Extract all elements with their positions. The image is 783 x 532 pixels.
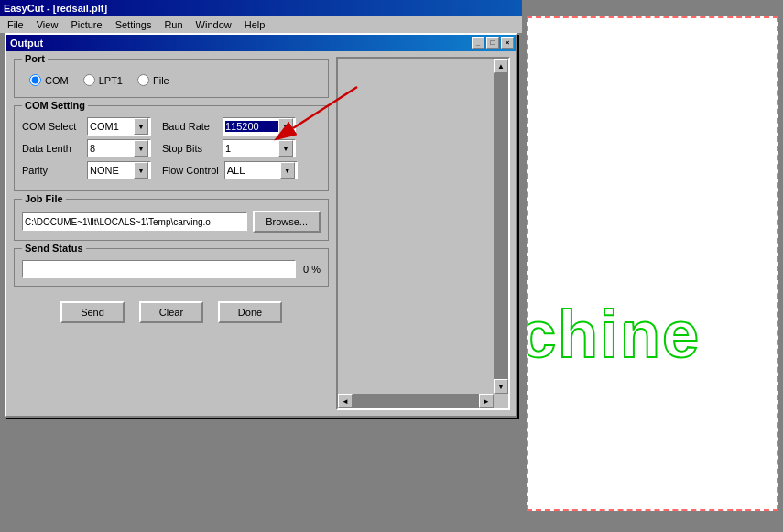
- data-length-value: 8: [90, 143, 134, 154]
- port-lpt1-option[interactable]: LPT1: [83, 74, 123, 86]
- flow-control-combo[interactable]: ALL ▼: [224, 161, 298, 179]
- baud-rate-value: 115200: [225, 121, 278, 132]
- data-length-arrow[interactable]: ▼: [134, 140, 148, 157]
- port-radio-group: COM LPT1 File: [22, 71, 321, 90]
- done-button[interactable]: Done: [218, 301, 282, 323]
- port-lpt1-label: LPT1: [99, 75, 123, 86]
- menu-picture[interactable]: Picture: [65, 18, 107, 31]
- output-dialog: Output _ □ × Port COM LPT1: [5, 33, 517, 418]
- parity-row: Parity NONE ▼ Flow Control ALL ▼: [22, 161, 321, 179]
- canvas-area: chine: [527, 16, 778, 511]
- send-button[interactable]: Send: [60, 301, 125, 323]
- port-group-label: Port: [22, 53, 48, 64]
- dialog-left: Port COM LPT1 File: [6, 51, 336, 416]
- port-lpt1-radio[interactable]: [83, 74, 95, 86]
- com-select-label: COM Select: [22, 121, 82, 132]
- job-file-group: Job File C:\DOCUME~1\llt\LOCALS~1\Temp\c…: [14, 199, 329, 241]
- clear-button[interactable]: Clear: [139, 301, 203, 323]
- dialog-body: Port COM LPT1 File: [6, 51, 516, 416]
- scroll-right-button[interactable]: ►: [479, 394, 494, 408]
- dialog-titlebar: Output _ □ ×: [6, 35, 516, 51]
- dialog-right-panel: ▲ ▼ ◄ ►: [336, 57, 510, 410]
- parity-combo[interactable]: NONE ▼: [87, 161, 151, 179]
- send-status-group: Send Status 0 %: [14, 248, 329, 287]
- baud-rate-label: Baud Rate: [162, 121, 217, 132]
- dialog-title: Output: [10, 38, 43, 49]
- horizontal-scrollbar[interactable]: ◄ ►: [338, 394, 494, 408]
- com-select-combo[interactable]: COM1 ▼: [87, 117, 151, 136]
- job-file-path[interactable]: C:\DOCUME~1\llt\LOCALS~1\Temp\carving.o: [22, 212, 247, 231]
- send-status-label: Send Status: [22, 243, 86, 254]
- port-com-radio[interactable]: [29, 74, 41, 86]
- menu-help[interactable]: Help: [239, 18, 271, 31]
- data-length-label: Data Lenth: [22, 143, 82, 154]
- menu-settings[interactable]: Settings: [110, 18, 158, 31]
- dialog-maximize-button[interactable]: □: [486, 37, 499, 49]
- canvas-content: chine: [528, 18, 777, 509]
- port-com-option[interactable]: COM: [29, 74, 69, 86]
- com-select-arrow[interactable]: ▼: [134, 118, 148, 135]
- port-file-label: File: [153, 75, 169, 86]
- port-file-option[interactable]: File: [137, 74, 169, 86]
- browse-button[interactable]: Browse...: [253, 211, 321, 233]
- scroll-left-button[interactable]: ◄: [338, 394, 353, 408]
- stop-bits-label: Stop Bits: [162, 143, 217, 154]
- flow-control-value: ALL: [227, 165, 280, 176]
- progress-bar: [22, 260, 296, 278]
- job-file-label: Job File: [22, 193, 66, 204]
- port-file-radio[interactable]: [137, 74, 149, 86]
- data-length-row: Data Lenth 8 ▼ Stop Bits 1 ▼: [22, 139, 321, 157]
- progress-percent: 0 %: [303, 264, 321, 275]
- dialog-title-buttons: _ □ ×: [472, 37, 514, 49]
- job-file-path-text: C:\DOCUME~1\llt\LOCALS~1\Temp\carving.o: [25, 217, 211, 227]
- com-setting-group: COM Setting COM Select COM1 ▼ Baud Rate …: [14, 105, 329, 191]
- parity-label: Parity: [22, 165, 82, 176]
- stop-bits-combo[interactable]: 1 ▼: [223, 139, 296, 157]
- port-com-label: COM: [45, 75, 69, 86]
- scroll-down-button[interactable]: ▼: [494, 379, 508, 394]
- menu-file[interactable]: File: [2, 18, 29, 31]
- parity-arrow[interactable]: ▼: [134, 162, 148, 179]
- data-length-combo[interactable]: 8 ▼: [87, 139, 151, 157]
- baud-rate-arrow[interactable]: ▼: [278, 118, 293, 135]
- menu-window[interactable]: Window: [190, 18, 237, 31]
- menu-run[interactable]: Run: [158, 18, 188, 31]
- com-select-value: COM1: [90, 121, 134, 132]
- menu-view[interactable]: View: [31, 18, 64, 31]
- canvas-panel: chine: [522, 0, 783, 532]
- scroll-up-button[interactable]: ▲: [494, 59, 508, 73]
- scroll-track-v: [494, 73, 508, 379]
- send-status-row: 0 %: [22, 260, 321, 278]
- vertical-scrollbar[interactable]: ▲ ▼: [494, 59, 508, 394]
- parity-value: NONE: [90, 165, 134, 176]
- dialog-close-button[interactable]: ×: [501, 37, 514, 49]
- flow-control-arrow[interactable]: ▼: [280, 162, 295, 179]
- app-title: EasyCut - [redsail.plt]: [4, 3, 107, 14]
- com-select-row: COM Select COM1 ▼ Baud Rate 115200 ▼: [22, 117, 321, 136]
- canvas-text: chine: [527, 297, 701, 372]
- stop-bits-arrow[interactable]: ▼: [278, 140, 293, 157]
- action-buttons: Send Clear Done: [14, 301, 329, 323]
- com-setting-label: COM Setting: [22, 100, 88, 111]
- port-group: Port COM LPT1 File: [14, 59, 329, 98]
- dialog-minimize-button[interactable]: _: [472, 37, 484, 49]
- baud-rate-combo[interactable]: 115200 ▼: [223, 117, 296, 136]
- job-file-row: C:\DOCUME~1\llt\LOCALS~1\Temp\carving.o …: [22, 211, 321, 233]
- menubar: File View Picture Settings Run Window He…: [0, 16, 522, 33]
- flow-control-label: Flow Control: [162, 165, 219, 176]
- scroll-track-h: [353, 394, 479, 408]
- stop-bits-value: 1: [225, 143, 278, 154]
